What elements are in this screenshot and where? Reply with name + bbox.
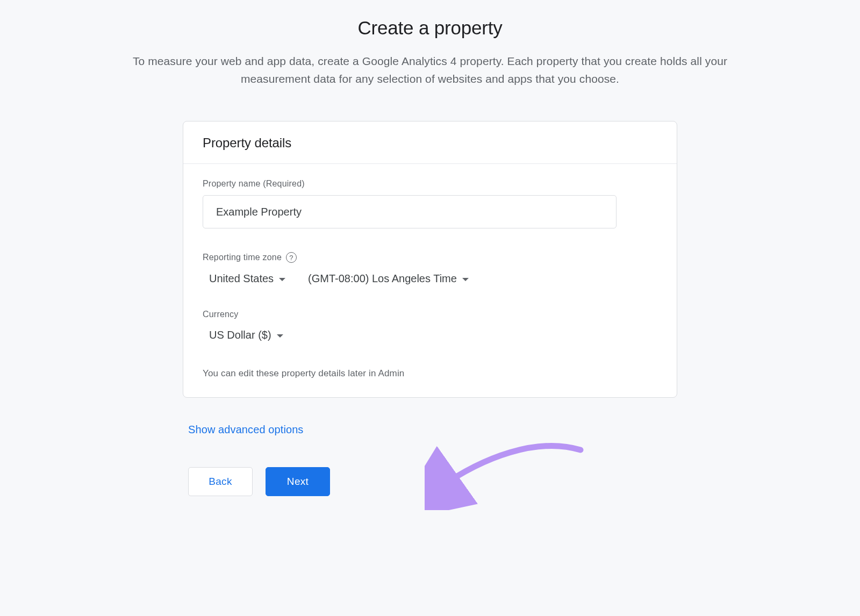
currency-field: Currency US Dollar ($) <box>203 310 657 345</box>
currency-value: US Dollar ($) <box>209 329 271 341</box>
back-button[interactable]: Back <box>188 467 253 496</box>
page-title: Create a property <box>91 17 769 39</box>
page-subtitle: To measure your web and app data, create… <box>102 53 758 88</box>
property-name-input[interactable] <box>203 195 617 228</box>
property-name-field: Property name (Required) <box>203 179 657 228</box>
chevron-down-icon <box>277 334 283 338</box>
chevron-down-icon <box>462 278 469 281</box>
timezone-tz-value: (GMT-08:00) Los Angeles Time <box>308 273 457 285</box>
card-header: Property details <box>183 121 677 164</box>
edit-later-hint: You can edit these property details late… <box>203 368 657 379</box>
chevron-down-icon <box>279 278 285 281</box>
property-name-label: Property name (Required) <box>203 179 657 189</box>
currency-label: Currency <box>203 310 657 319</box>
timezone-country-value: United States <box>209 273 274 285</box>
currency-dropdown[interactable]: US Dollar ($) <box>208 326 284 345</box>
show-advanced-options-link[interactable]: Show advanced options <box>188 424 303 436</box>
timezone-label: Reporting time zone <box>203 253 282 262</box>
timezone-field: Reporting time zone ? United States (GMT… <box>203 252 657 288</box>
property-details-card: Property details Property name (Required… <box>183 121 677 398</box>
timezone-country-dropdown[interactable]: United States <box>208 269 286 288</box>
help-icon[interactable]: ? <box>286 252 297 263</box>
timezone-tz-dropdown[interactable]: (GMT-08:00) Los Angeles Time <box>307 269 470 288</box>
next-button[interactable]: Next <box>266 467 330 496</box>
card-title: Property details <box>203 135 657 151</box>
annotation-arrow-icon <box>425 440 597 510</box>
